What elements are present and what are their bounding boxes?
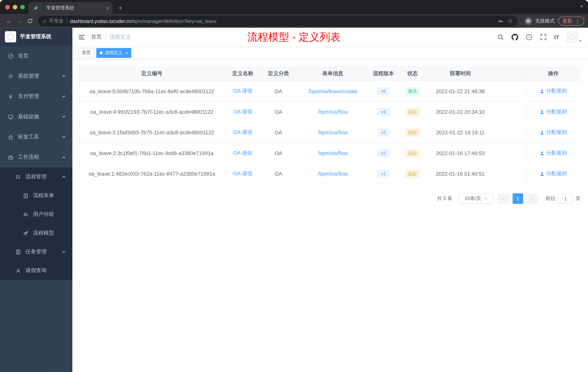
browser-menu-icon[interactable]: ⋮ xyxy=(575,18,580,24)
svg-text:?: ? xyxy=(528,35,530,39)
sidebar-item-workflow[interactable]: 工作流程 xyxy=(0,147,72,167)
definition-name-link[interactable]: OA 请假 xyxy=(233,109,252,114)
page-size-select[interactable]: 10条/页 ▼ xyxy=(458,193,494,204)
monitor-icon xyxy=(8,114,13,120)
version-badge: v3 xyxy=(377,129,389,136)
definition-name-link[interactable]: OA 请假 xyxy=(233,150,252,156)
col-definition-name: 定义名称 xyxy=(225,70,261,77)
browser-toolbar: ← → ⚠ 不安全 dashboard.yudao.iocoder.cn/bpm… xyxy=(0,14,588,28)
next-page-button[interactable]: › xyxy=(527,193,538,204)
form-info-link[interactable]: /bpm/oa/flow xyxy=(318,109,348,115)
form-info-link[interactable]: /bpm/oa/flow xyxy=(318,171,348,177)
window-controls xyxy=(5,5,25,10)
tab-search-caret-icon[interactable]: ▾ xyxy=(580,4,583,9)
sidebar-item-home[interactable]: 首页 xyxy=(0,46,72,66)
reload-button[interactable] xyxy=(25,16,35,26)
deploy-time: 2022-01-16 01:40:51 xyxy=(428,171,493,177)
sidebar-item-user-group[interactable]: 用户分组 xyxy=(0,205,72,224)
sidebar: 芋道管理系统 首页 系统管理 ¥ 支付管理 基础设施 xyxy=(0,28,72,372)
page-1-button[interactable]: 1 xyxy=(513,193,523,204)
minimize-window-button[interactable] xyxy=(13,5,17,10)
deploy-time: 2022-01-22 21:48:38 xyxy=(428,88,493,94)
browser-tab[interactable]: 芋道管理系统 × xyxy=(29,2,113,14)
update-label: 更新 xyxy=(563,18,572,24)
new-tab-button[interactable]: + xyxy=(116,3,125,13)
status-badge: 激活 xyxy=(405,87,420,95)
definition-name-link[interactable]: OA 请假 xyxy=(233,88,252,94)
url-path: /bpm/manager/definition?key=oa_leave xyxy=(131,18,217,24)
form-info-link[interactable]: /bpm/oa/flow xyxy=(318,130,348,136)
user-avatar-menu[interactable]: ▾ xyxy=(567,32,581,43)
version-badge: v1 xyxy=(377,170,389,177)
url-divider xyxy=(67,18,67,24)
version-badge: v5 xyxy=(377,88,389,95)
assign-rule-link[interactable]: 分配规则 xyxy=(540,129,567,136)
assign-rule-link[interactable]: 分配规则 xyxy=(540,170,567,177)
deploy-time: 2022-01-16 17:46:53 xyxy=(428,150,493,156)
hamburger-icon[interactable] xyxy=(72,33,91,41)
definition-name-link[interactable]: OA 请假 xyxy=(233,129,252,135)
status-badge: 挂起 xyxy=(405,169,420,178)
form-info-link[interactable]: /bpm/oa/flow xyxy=(318,150,348,156)
status-badge: 挂起 xyxy=(405,128,420,137)
tab-close-icon[interactable]: × xyxy=(106,5,109,11)
tag-process-definition[interactable]: 流程定义 × xyxy=(96,48,131,58)
sidebar-item-label: 首页 xyxy=(18,53,29,59)
col-process-version: 流程版本 xyxy=(369,70,398,77)
search-icon[interactable] xyxy=(497,34,504,41)
chrome-update-button[interactable]: 更新 ⋮ xyxy=(558,17,584,26)
user-filled-icon xyxy=(540,89,545,94)
sidebar-item-leave-query[interactable]: 请假查询 xyxy=(0,261,72,280)
sidebar-item-label: 请假查询 xyxy=(25,267,47,274)
sidebar-item-process-model[interactable]: 流程模型 xyxy=(0,224,72,242)
col-status: 状态 xyxy=(398,70,428,77)
goto-page-input[interactable] xyxy=(558,194,573,203)
assign-rule-link[interactable]: 分配规则 xyxy=(540,150,567,156)
paper-plane-icon xyxy=(22,230,29,236)
assign-rule-link[interactable]: 分配规则 xyxy=(540,109,567,115)
definition-id: oa_leave:1:482ec033-762a-11ec-8477-a2380… xyxy=(79,171,225,177)
sidebar-item-task-management[interactable]: 任务管理 xyxy=(0,242,72,261)
font-size-icon[interactable]: tT xyxy=(554,34,559,40)
user-filled-icon xyxy=(540,130,545,135)
help-icon[interactable]: ? xyxy=(526,34,532,41)
tag-close-icon[interactable]: × xyxy=(125,50,128,55)
bookmark-star-icon[interactable]: ☆ xyxy=(505,18,515,24)
back-button[interactable]: ← xyxy=(4,16,14,26)
breadcrumb: 首页 / 流程定义 xyxy=(91,34,131,41)
sidebar-item-label: 支付管理 xyxy=(18,93,39,100)
prev-page-button[interactable]: ‹ xyxy=(498,193,509,204)
assign-rule-link[interactable]: 分配规则 xyxy=(540,88,567,95)
sidebar-item-process-form[interactable]: 流程表单 xyxy=(0,186,72,205)
definition-category: OA xyxy=(261,150,296,156)
key-icon[interactable] xyxy=(496,18,506,24)
close-window-button[interactable] xyxy=(5,5,10,10)
sidebar-item-payment[interactable]: ¥ 支付管理 xyxy=(0,86,72,107)
sidebar-item-infrastructure[interactable]: 基础设施 xyxy=(0,107,72,127)
github-icon[interactable] xyxy=(512,34,518,41)
users-icon xyxy=(22,211,29,217)
table-row: oa_leave:5:004b710b-7b8a-11ec-8ef0-acde4… xyxy=(79,81,580,102)
col-definition-category: 定义分类 xyxy=(261,70,296,77)
sidebar-item-system[interactable]: 系统管理 xyxy=(0,66,72,86)
tag-home[interactable]: 首页 xyxy=(78,48,94,58)
fullscreen-icon[interactable] xyxy=(540,34,546,41)
person-icon xyxy=(15,268,21,274)
address-bar[interactable]: ⚠ 不安全 dashboard.yudao.iocoder.cn/bpm/man… xyxy=(38,16,517,26)
zoom-window-button[interactable] xyxy=(20,5,25,10)
document-icon xyxy=(22,193,29,198)
sidebar-item-devtools[interactable]: 研发工具 xyxy=(0,127,72,147)
sidebar-item-process-management[interactable]: 流程管理 xyxy=(0,167,72,186)
active-dot xyxy=(100,51,103,55)
sidebar-logo-row[interactable]: 芋道管理系统 xyxy=(0,28,72,46)
chevron-up-icon xyxy=(62,175,66,179)
definition-name-link[interactable]: OA 请假 xyxy=(233,170,252,176)
sidebar-item-label: 用户分组 xyxy=(33,211,54,218)
sidebar-item-label: 基础设施 xyxy=(18,113,39,120)
security-label[interactable]: 不安全 xyxy=(49,18,64,24)
definition-id: oa_leave:2:3c1f0ef1-76b1-11ec-9c66-a2380… xyxy=(79,150,225,156)
breadcrumb-home[interactable]: 首页 xyxy=(91,34,102,41)
forward-button[interactable]: → xyxy=(14,16,25,26)
form-info-link[interactable]: /bpm/oa/leave/create xyxy=(308,88,357,94)
caret-down-icon: ▾ xyxy=(579,39,581,43)
